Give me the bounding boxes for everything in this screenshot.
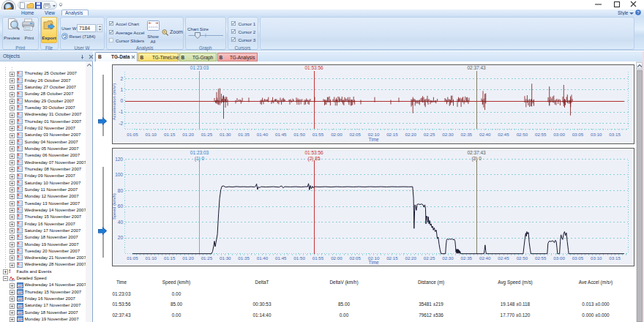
svg-text:01:25: 01:25 (201, 255, 213, 261)
svg-text:02:30: 02:30 (442, 255, 454, 261)
svg-text:02:30: 02:30 (442, 132, 454, 137)
svg-text:03:05: 03:05 (572, 132, 584, 137)
svg-text:120: 120 (115, 157, 123, 162)
svg-text:02:45: 02:45 (498, 255, 509, 261)
svg-text:02:15: 02:15 (386, 255, 398, 261)
svg-text:01:30: 01:30 (220, 132, 231, 137)
svg-text:40: 40 (118, 220, 124, 225)
svg-text:20: 20 (118, 235, 124, 240)
svg-text:(2) 85: (2) 85 (308, 156, 321, 162)
svg-text:01:35: 01:35 (238, 132, 250, 137)
svg-text:02:45: 02:45 (498, 132, 509, 137)
svg-text:01:55: 01:55 (312, 132, 324, 137)
svg-text:100: 100 (115, 172, 123, 177)
svg-text:03:10: 03:10 (591, 132, 602, 137)
svg-text:02:20: 02:20 (405, 255, 416, 261)
svg-text:01:45: 01:45 (275, 255, 287, 261)
svg-text:(1) 0: (1) 0 (195, 156, 205, 162)
svg-text:01:40: 01:40 (257, 132, 269, 137)
svg-text:02:37:43: 02:37:43 (467, 150, 486, 155)
svg-text:Acceleration (m/s²): Acceleration (m/s²) (112, 83, 116, 120)
svg-text:Time: Time (368, 260, 379, 265)
svg-text:-1: -1 (119, 109, 123, 114)
svg-text:02:55: 02:55 (535, 132, 547, 137)
svg-text:02:35: 02:35 (461, 132, 473, 137)
svg-text:01:20: 01:20 (182, 255, 194, 261)
svg-text:01:25: 01:25 (201, 132, 213, 137)
svg-text:01:50: 01:50 (293, 255, 305, 261)
svg-text:02:25: 02:25 (424, 132, 435, 137)
svg-text:02:35: 02:35 (461, 255, 473, 261)
svg-text:03:15: 03:15 (609, 255, 621, 261)
svg-text:01:53:56: 01:53:56 (304, 65, 323, 70)
svg-text:Time: Time (368, 137, 379, 142)
svg-text:03:00: 03:00 (553, 132, 565, 137)
svg-text:01:50: 01:50 (293, 132, 305, 137)
svg-text:01:15: 01:15 (164, 255, 176, 261)
svg-text:01:05: 01:05 (127, 255, 138, 261)
svg-text:03:00: 03:00 (553, 255, 565, 261)
svg-text:02:55: 02:55 (535, 255, 547, 261)
svg-text:02:00: 02:00 (331, 255, 342, 261)
svg-text:01:10: 01:10 (146, 255, 157, 261)
svg-text:01:55: 01:55 (312, 255, 324, 261)
svg-text:02:50: 02:50 (517, 132, 528, 137)
svg-text:02:20: 02:20 (405, 132, 416, 137)
svg-text:(3) 0: (3) 0 (471, 156, 482, 162)
svg-text:1: 1 (120, 87, 123, 92)
svg-text:01:15: 01:15 (164, 132, 176, 137)
svg-text:01:35: 01:35 (238, 255, 250, 261)
svg-text:01:20: 01:20 (182, 132, 194, 137)
svg-text:01:40: 01:40 (257, 255, 269, 261)
svg-text:02:00: 02:00 (331, 132, 342, 137)
svg-text:2: 2 (120, 76, 123, 81)
svg-text:02:05: 02:05 (349, 255, 361, 261)
svg-text:-2: -2 (119, 121, 123, 126)
svg-text:01:23:03: 01:23:03 (190, 150, 209, 155)
svg-text:02:25: 02:25 (424, 255, 435, 261)
svg-text:Speed (km/h): Speed (km/h) (112, 193, 116, 220)
svg-text:03:05: 03:05 (572, 255, 584, 261)
svg-text:01:10: 01:10 (146, 132, 157, 137)
svg-text:03:10: 03:10 (591, 255, 602, 261)
svg-text:0: 0 (120, 98, 123, 103)
svg-text:60: 60 (118, 203, 124, 209)
svg-text:01:05: 01:05 (127, 132, 138, 137)
svg-text:01:45: 01:45 (275, 132, 287, 137)
svg-text:02:50: 02:50 (517, 255, 528, 261)
svg-text:02:15: 02:15 (386, 132, 398, 137)
svg-text:80: 80 (118, 188, 124, 193)
svg-text:02:40: 02:40 (479, 255, 491, 261)
svg-text:03:15: 03:15 (609, 132, 621, 137)
svg-text:02:40: 02:40 (479, 132, 491, 137)
svg-text:01:23:03: 01:23:03 (190, 65, 209, 70)
svg-text:02:05: 02:05 (349, 132, 361, 137)
svg-text:01:53:56: 01:53:56 (304, 150, 323, 155)
svg-text:01:30: 01:30 (220, 255, 231, 261)
svg-text:02:37:43: 02:37:43 (467, 65, 486, 70)
